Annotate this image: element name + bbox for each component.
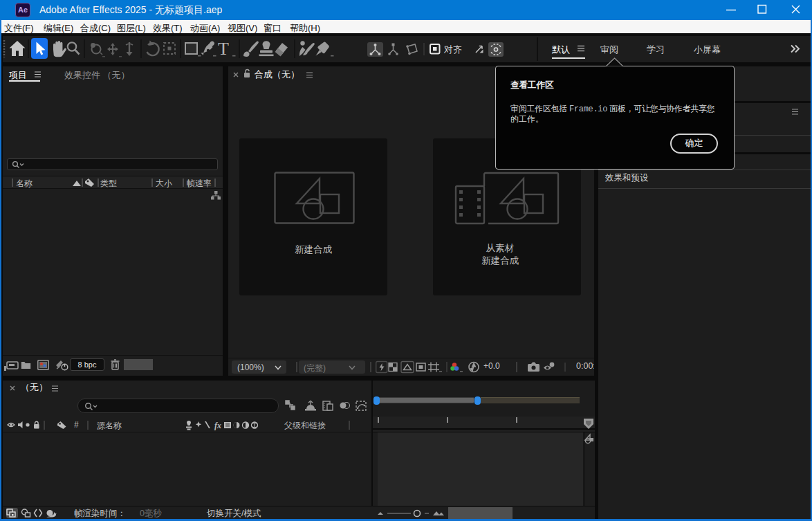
svg-text:fx: fx [214,421,221,430]
svg-text:T: T [218,39,229,59]
